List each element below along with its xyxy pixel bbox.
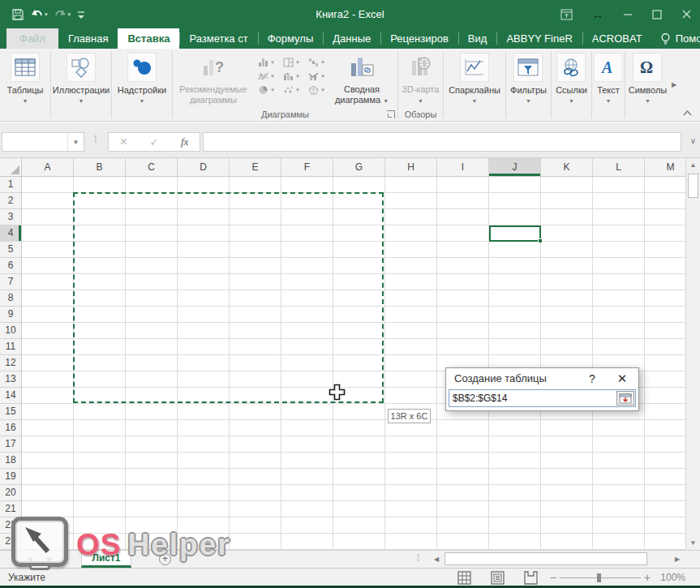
column-header[interactable]: I — [437, 158, 489, 176]
ribbon-tab[interactable]: Разметка ст — [179, 28, 257, 49]
ribbon-tab[interactable]: Данные — [323, 28, 380, 49]
cancel-entry-icon[interactable]: × — [120, 135, 127, 149]
line-chart-button[interactable]: ▼ — [254, 69, 279, 83]
scatter-chart-button[interactable]: ▼ — [279, 83, 304, 97]
horizontal-scrollbar[interactable]: ◀ ▶ — [430, 552, 684, 566]
add-sheet-button[interactable]: + — [159, 553, 171, 565]
column-header[interactable]: B — [74, 158, 126, 176]
confirm-entry-icon[interactable]: ✓ — [150, 136, 159, 148]
ribbon-tab[interactable]: ABBYY FineR — [496, 28, 582, 49]
column-header[interactable]: C — [126, 158, 178, 176]
ribbon-overflow-icon[interactable]: ▶ — [672, 81, 676, 88]
vertical-scroll-thumb[interactable] — [688, 174, 698, 198]
page-layout-view-button[interactable] — [490, 570, 505, 585]
scroll-up-arrow[interactable]: ▲ — [686, 158, 700, 172]
row-header[interactable]: 3 — [0, 209, 21, 225]
column-header[interactable]: M — [645, 158, 685, 176]
tables-button[interactable]: Таблицы ▼ — [7, 49, 44, 121]
formula-bar-grip[interactable]: ⁞ — [94, 133, 97, 145]
ribbon-display-options-button[interactable] — [560, 9, 573, 20]
normal-view-button[interactable] — [457, 570, 471, 585]
row-header[interactable]: 20 — [0, 485, 21, 501]
horizontal-scroll-thumb[interactable] — [444, 552, 647, 565]
sheet-nav-left-icon[interactable]: ◀ — [27, 555, 32, 563]
row-header[interactable]: 7 — [0, 274, 21, 290]
name-box[interactable]: ▼ — [2, 132, 84, 152]
ribbon-tab[interactable]: Вид — [458, 28, 497, 49]
row-header[interactable]: 11 — [0, 339, 21, 355]
column-header[interactable]: K — [541, 158, 593, 176]
zoom-level[interactable]: 100% — [660, 572, 685, 583]
ribbon-tab[interactable]: Главная — [58, 28, 118, 49]
text-button[interactable]: A Текст ▼ — [594, 49, 623, 121]
collapse-ribbon-button[interactable] — [681, 108, 694, 118]
dialog-help-button[interactable]: ? — [578, 372, 606, 385]
row-header[interactable]: 6 — [0, 258, 21, 274]
zoom-slider[interactable] — [560, 572, 641, 583]
scroll-down-arrow[interactable]: ▼ — [686, 536, 700, 550]
ribbon-tab[interactable]: ACROBAT — [582, 28, 652, 49]
pie-chart-button[interactable]: ▼ — [254, 83, 279, 97]
column-chart-button[interactable]: ▼ — [254, 55, 279, 69]
minimize-button[interactable] — [623, 10, 633, 19]
tab-help[interactable]: Помощь — [652, 28, 700, 49]
row-header[interactable]: 5 — [0, 242, 21, 258]
sheetbar-grip[interactable]: ⁞ — [417, 552, 419, 564]
zoom-out-icon[interactable]: − — [548, 571, 558, 584]
treemap-chart-button[interactable]: ▼ — [279, 55, 304, 69]
redo-button[interactable]: ▾ — [54, 8, 71, 20]
ribbon-tab[interactable]: Файл — [6, 28, 58, 49]
zoom-in-icon[interactable]: + — [642, 571, 652, 584]
row-header[interactable]: 4 — [0, 225, 21, 242]
charts-dialog-launcher[interactable] — [387, 110, 395, 118]
maximize-button[interactable] — [652, 10, 662, 19]
zoom-slider-thumb[interactable] — [597, 573, 601, 582]
illustrations-button[interactable]: Иллюстрации ▼ — [53, 49, 110, 121]
row-header[interactable]: 17 — [0, 436, 21, 453]
row-header[interactable]: 12 — [0, 355, 21, 371]
column-header[interactable]: L — [593, 158, 645, 176]
row-header[interactable]: 19 — [0, 469, 21, 485]
symbols-button[interactable]: Ω Символы ▼ — [629, 49, 668, 121]
waterfall-chart-button[interactable]: ▼ — [304, 55, 329, 69]
column-header[interactable]: F — [281, 158, 333, 176]
collapse-dialog-button[interactable] — [616, 391, 634, 406]
sparklines-button[interactable]: Спарклайны ▼ — [449, 49, 500, 121]
filters-button[interactable]: Фильтры ▼ — [510, 49, 547, 121]
close-button[interactable] — [681, 9, 692, 19]
row-header[interactable]: 23 — [0, 534, 21, 550]
table-range-input[interactable]: $B$2:$G$14 — [449, 389, 636, 407]
vertical-scrollbar[interactable]: ▲ ▼ — [685, 158, 700, 550]
column-header[interactable]: J — [489, 158, 541, 176]
row-header[interactable]: 13 — [0, 371, 21, 388]
radar-chart-button[interactable]: ▼ — [304, 83, 329, 97]
page-break-view-button[interactable] — [523, 570, 538, 585]
customize-qat-button[interactable] — [76, 9, 86, 20]
select-all-corner[interactable] — [0, 158, 22, 177]
ribbon-tab[interactable]: Рецензиров — [380, 28, 458, 49]
column3d-chart-button[interactable]: ▼ — [279, 69, 304, 83]
formula-input[interactable] — [203, 132, 681, 152]
column-header[interactable]: A — [22, 158, 74, 176]
redo-dropdown-icon[interactable]: ▾ — [68, 11, 71, 18]
row-header[interactable]: 1 — [0, 177, 21, 193]
row-header[interactable]: 9 — [0, 307, 21, 323]
insert-function-button[interactable]: fx — [181, 135, 188, 148]
links-button[interactable]: Ссылки ▼ — [556, 49, 587, 121]
ribbon-tab[interactable]: Формулы — [258, 28, 324, 49]
worksheet-cells[interactable] — [22, 177, 685, 550]
save-button[interactable] — [11, 8, 24, 21]
row-header[interactable]: 16 — [0, 420, 21, 436]
expand-formula-bar-icon[interactable]: ∨ — [690, 136, 696, 145]
column-header[interactable]: D — [178, 158, 230, 176]
addins-button[interactable]: Надстройки ▼ — [118, 49, 166, 121]
scroll-left-arrow[interactable]: ◀ — [430, 552, 443, 566]
undo-dropdown-icon[interactable]: ▾ — [45, 11, 48, 18]
dialog-close-icon[interactable]: ✕ — [606, 371, 638, 386]
dialog-title-bar[interactable]: Создание таблицы ? ✕ — [446, 368, 638, 388]
undo-button[interactable]: ▾ — [30, 8, 48, 20]
column-header[interactable]: G — [333, 158, 385, 176]
row-header[interactable]: 10 — [0, 323, 21, 339]
column-header[interactable]: H — [385, 158, 437, 176]
row-header[interactable]: 14 — [0, 388, 21, 404]
